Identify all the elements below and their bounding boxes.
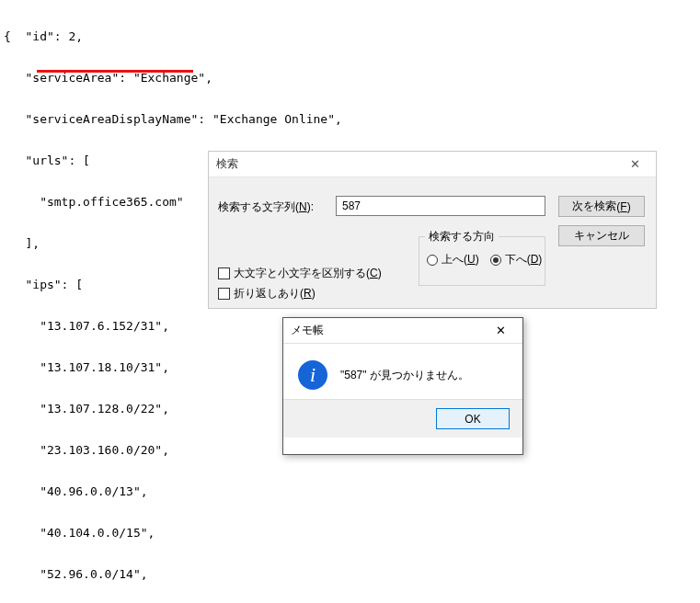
find-dialog-titlebar[interactable]: 検索 ✕	[209, 152, 656, 177]
annotation-underline	[37, 70, 193, 73]
code-line: "40.96.0.0/13",	[4, 484, 342, 498]
direction-group: 検索する方向 上へ(U) 下へ(D)	[419, 236, 545, 286]
message-text: "587" が見つかりません。	[340, 368, 469, 383]
code-line: "serviceAreaDisplayName": "Exchange Onli…	[4, 112, 342, 126]
direction-group-title: 検索する方向	[425, 229, 499, 245]
find-next-button[interactable]: 次を検索(F)	[558, 196, 645, 217]
radio-up[interactable]: 上へ(U)	[427, 252, 479, 267]
code-line: "40.104.0.0/15",	[4, 526, 342, 540]
message-dialog-titlebar[interactable]: メモ帳 ✕	[283, 318, 522, 344]
wrap-around-checkbox[interactable]: 折り返しあり(R)	[218, 286, 316, 302]
find-dialog: 検索 ✕ 検索する文字列(N): 次を検索(F) キャンセル 検索する方向 上へ…	[208, 151, 657, 309]
cancel-button[interactable]: キャンセル	[558, 225, 645, 246]
search-input[interactable]	[336, 196, 545, 216]
checkbox-icon	[218, 267, 230, 279]
message-dialog-title: メモ帳	[291, 323, 324, 338]
close-icon[interactable]: ✕	[621, 155, 648, 174]
code-line: "52.96.0.0/14",	[4, 567, 342, 581]
code-line: { "id": 2,	[4, 29, 342, 43]
ok-button[interactable]: OK	[436, 408, 510, 429]
message-dialog: メモ帳 ✕ i "587" が見つかりません。 OK	[282, 317, 523, 455]
code-line: "serviceArea": "Exchange",	[4, 71, 342, 85]
checkbox-icon	[218, 288, 230, 300]
info-icon: i	[298, 360, 327, 390]
radio-down[interactable]: 下へ(D)	[490, 252, 543, 267]
find-dialog-title: 検索	[216, 156, 238, 172]
close-icon[interactable]: ✕	[486, 322, 515, 340]
radio-icon	[490, 255, 501, 266]
radio-icon	[427, 255, 438, 266]
search-label: 検索する文字列(N):	[218, 199, 314, 215]
match-case-checkbox[interactable]: 大文字と小文字を区別する(C)	[218, 266, 382, 281]
